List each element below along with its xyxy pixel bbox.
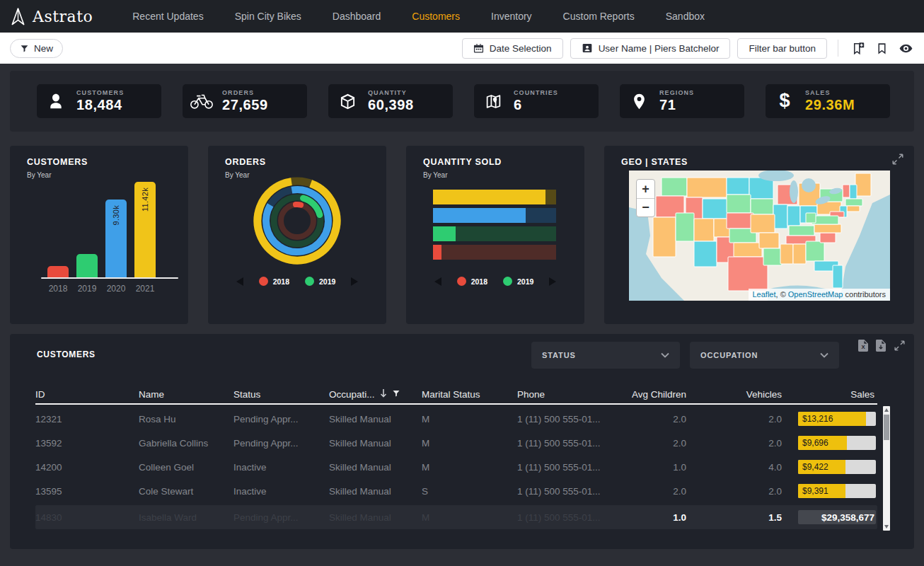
prev-page-arrow[interactable] (236, 277, 243, 286)
nav-item-inventory[interactable]: Inventory (491, 11, 532, 22)
nav-item-sandbox[interactable]: Sandbox (666, 11, 705, 22)
col-header-id[interactable]: ID (35, 389, 139, 400)
status-filter-label: STATUS (542, 351, 576, 359)
legend-label: 2019 (319, 277, 335, 286)
chart-title: QUANTITY SOLD (423, 157, 502, 167)
eye-icon[interactable] (897, 40, 914, 57)
kpi-text: ORDERS27,659 (222, 89, 268, 113)
status-filter-dropdown[interactable]: STATUS (531, 342, 680, 369)
column-filter-icon[interactable] (392, 389, 400, 400)
scroll-down-arrow[interactable] (884, 525, 889, 529)
table-row[interactable]: 13595Cole StewartInactiveSkilled ManualS… (35, 479, 877, 503)
quantity-bar-2018[interactable] (433, 245, 556, 260)
cell-avg-children: 2.0 (608, 414, 689, 424)
quantity-legend: 20182019 (406, 277, 584, 286)
nav-item-dashboard[interactable]: Dashboard (333, 11, 381, 22)
orders-radial-chart[interactable] (248, 171, 347, 270)
col-header-label: Phone (517, 389, 545, 400)
kpi-label: ORDERS (222, 89, 268, 96)
legend-item-2019[interactable]: 2019 (305, 277, 335, 286)
bookmark-icon[interactable] (873, 40, 890, 57)
leaflet-link[interactable]: Leaflet (753, 290, 776, 299)
date-selection-button[interactable]: Date Selection (462, 38, 563, 59)
state-shape-3 (749, 178, 773, 199)
leaflet-map[interactable]: + − Leaflet, © OpenStreetMap contributor… (629, 171, 890, 301)
cell-occupation: Skilled Manual (329, 438, 422, 449)
prev-page-arrow[interactable] (434, 277, 441, 286)
bar-2018[interactable] (47, 266, 69, 277)
state-shape-38 (780, 244, 793, 264)
quantity-bar-2019[interactable] (433, 226, 556, 241)
nav-item-spin-city-bikes[interactable]: Spin City Bikes (235, 11, 301, 22)
zoom-in-button[interactable]: + (637, 180, 654, 198)
zoom-out-button[interactable]: − (637, 198, 654, 216)
x-axis-label: 2021 (131, 284, 159, 294)
table-row[interactable]: 13592Gabriella CollinsPending Appr...Ski… (35, 431, 877, 455)
totals-ghost-status: Pending Appr... (233, 512, 329, 523)
next-page-arrow[interactable] (351, 277, 358, 286)
expand-icon[interactable] (894, 340, 906, 352)
next-page-arrow[interactable] (549, 277, 556, 286)
sales-bar: $9,696 (798, 436, 876, 450)
legend-item-2018[interactable]: 2018 (457, 277, 487, 286)
openstreetmap-link[interactable]: OpenStreetMap (788, 290, 843, 299)
nav-item-custom-reports[interactable]: Custom Reports (563, 11, 635, 22)
bar-2020[interactable]: 9.30k (105, 200, 127, 277)
state-shape-13 (751, 199, 773, 214)
quantity-bar-2020[interactable] (433, 208, 556, 223)
bar-2019[interactable] (76, 254, 98, 277)
scroll-up-arrow[interactable] (884, 408, 889, 412)
cell-vehicles: 2.0 (689, 486, 785, 497)
col-header-sales[interactable]: Sales (785, 389, 877, 400)
kpi-text: SALES29.36M (805, 89, 855, 113)
col-header-avg-children[interactable]: Avg Children (608, 389, 689, 400)
brand[interactable]: Astrato (10, 7, 93, 26)
scrollbar-thumb[interactable] (884, 415, 889, 440)
table-row[interactable]: 14200Colleen GoelInactiveSkilled ManualM… (35, 455, 877, 479)
pin-icon (625, 93, 652, 110)
col-header-occupati[interactable]: Occupati... (329, 388, 422, 400)
col-header-status[interactable]: Status (233, 389, 329, 400)
col-header-name[interactable]: Name (139, 389, 233, 400)
toolbar: New Date Selection User Name | Piers Bat… (0, 33, 924, 64)
customers-chart-card: CUSTOMERS By Year 201820199.30k202011.42… (10, 146, 188, 324)
filter-bar-button[interactable]: Filter bar button (737, 38, 827, 59)
us-states-choropleth[interactable] (629, 171, 890, 301)
sales-value: $13,216 (802, 412, 833, 426)
table-row[interactable]: 12321Rosa HuPending Appr...Skilled Manua… (35, 407, 877, 431)
quantity-bar-fill (433, 226, 456, 241)
quantity-bar-2021[interactable] (433, 190, 556, 204)
sort-descending-icon[interactable] (380, 388, 387, 400)
sales-bar: $9,422 (798, 460, 876, 474)
bookmark-add-icon[interactable] (849, 40, 866, 57)
col-header-marital-status[interactable]: Marital Status (422, 389, 517, 400)
top-nav: Astrato Recent UpdatesSpin City BikesDas… (0, 0, 924, 33)
nav-item-recent-updates[interactable]: Recent Updates (132, 11, 203, 22)
chevron-down-icon (820, 352, 828, 358)
occupation-filter-dropdown[interactable]: OCCUPATION (690, 342, 839, 369)
new-filter-chip[interactable]: New (10, 39, 63, 58)
user-button[interactable]: User Name | Piers Batchelor (570, 38, 731, 59)
state-shape-11 (703, 199, 728, 219)
export-file-icon[interactable] (876, 340, 886, 352)
toolbar-right: Date Selection User Name | Piers Batchel… (462, 38, 914, 59)
legend-item-2019[interactable]: 2019 (503, 277, 533, 286)
chart-title: CUSTOMERS (27, 157, 88, 167)
legend-dot (503, 277, 512, 286)
table-actions: X (858, 340, 906, 352)
cell-phone: 1 (11) 500 555-01... (517, 414, 608, 424)
col-header-phone[interactable]: Phone (517, 389, 608, 400)
nav-item-customers[interactable]: Customers (412, 11, 460, 22)
totals-sales-value: $29,358,677 (821, 512, 874, 523)
table-scrollbar[interactable] (883, 406, 890, 531)
kpi-label: CUSTOMERS (76, 89, 124, 96)
legend-item-2018[interactable]: 2018 (259, 277, 289, 286)
col-header-vehicles[interactable]: Vehicles (689, 389, 785, 400)
bar-2021[interactable]: 11.42k (134, 182, 156, 277)
export-excel-icon[interactable]: X (858, 340, 868, 352)
person-icon (42, 92, 69, 110)
chart-title: GEO | STATES (621, 157, 688, 167)
expand-icon[interactable] (891, 153, 904, 168)
cell-status: Inactive (233, 462, 329, 473)
customers-table-panel: CUSTOMERS STATUS OCCUPATION X IDNameStat… (10, 334, 914, 549)
